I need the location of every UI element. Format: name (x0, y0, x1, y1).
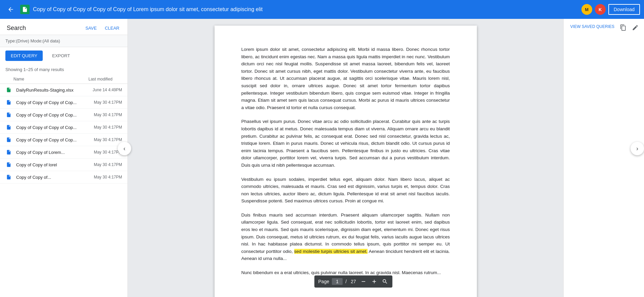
paragraph-4: Duis finibus mauris sed accumsan interdu… (241, 211, 450, 262)
page-navigation: Page / 27 (314, 275, 392, 288)
table-row[interactable]: Copy of Copy of Copy of Cop... May 30 4:… (0, 96, 127, 109)
document-title: Copy of Copy of Copy of Copy of Copy of … (33, 6, 581, 12)
top-bar: Copy of Copy of Copy of Copy of Copy of … (0, 0, 644, 19)
paragraph-3: Vestibulum eu ipsum sodales, imperdiet t… (241, 176, 450, 205)
table-row[interactable]: Copy of Copy of... May 30 4:17PM (0, 171, 127, 184)
doc-type-icon (20, 5, 30, 14)
result-filename: Copy of Copy of Copy of Cop... (13, 112, 88, 118)
doc-icon (5, 161, 12, 168)
table-header: Name Last modified (0, 75, 127, 84)
document-page: Lorem ipsum dolor sit amet, consectetur … (215, 26, 477, 297)
search-title: Search (7, 25, 79, 32)
result-filename: Copy of Copy of Copy of Cop... (13, 100, 88, 105)
page-number-input[interactable] (332, 278, 343, 285)
result-date: May 30 4:17PM (88, 100, 122, 105)
doc-icon (5, 136, 12, 143)
result-filename: Copy of Copy of Copy of Cop... (13, 125, 88, 130)
result-date: June 14 4:49PM (88, 88, 122, 92)
edit-query-button[interactable]: EDIT QUERY (5, 51, 43, 61)
back-button[interactable] (4, 3, 17, 16)
results-count: Showing 1–25 of many results (0, 64, 127, 75)
result-filename: Copy of Copy of Lorem... (13, 150, 88, 155)
next-result-button[interactable]: › (631, 142, 644, 155)
result-date: May 30 4:17PM (88, 150, 122, 155)
table-row[interactable]: Copy of Copy of lorel May 30 4:17PM (0, 159, 127, 171)
query-text: Type:(Drive) Mode:(All data) (5, 38, 60, 43)
date-column-header: Last modified (88, 77, 122, 81)
doc-icon (5, 99, 12, 106)
paragraph-1: Lorem ipsum dolor sit amet, consectetur … (241, 46, 450, 111)
doc-icon (5, 174, 12, 180)
query-actions: EDIT QUERY EXPORT (0, 47, 127, 64)
results-table: Name Last modified DailyRunResults-Stagi… (0, 75, 127, 297)
total-pages: 27 (349, 279, 357, 284)
result-date: May 30 4:17PM (88, 175, 122, 179)
zoom-fit-button[interactable] (380, 277, 389, 286)
result-date: May 30 4:17PM (88, 125, 122, 130)
result-date: May 30 4:17PM (88, 137, 122, 142)
table-row[interactable]: Copy of Copy of Copy of Cop... May 30 4:… (0, 121, 127, 134)
result-date: May 30 4:17PM (88, 112, 122, 117)
result-filename: Copy of Copy of... (13, 175, 88, 180)
document-viewer[interactable]: Lorem ipsum dolor sit amet, consectetur … (128, 19, 563, 297)
table-row[interactable]: Copy of Copy of Lorem... May 30 4:17PM (0, 146, 127, 159)
paragraph-2: Phasellus vel ipsum purus. Donec vitae a… (241, 118, 450, 169)
user-avatar-2[interactable]: K (595, 4, 606, 15)
page-label: Page (317, 279, 331, 284)
clear-search-button[interactable]: CLEAR (104, 24, 121, 32)
export-button[interactable]: EXPORT (47, 51, 75, 61)
doc-icon (5, 149, 12, 156)
main-content: Search SAVE CLEAR Type:(Drive) Mode:(All… (0, 19, 644, 297)
table-row[interactable]: Copy of Copy of Copy of Cop... May 30 4:… (0, 109, 127, 121)
right-panel-header: VIEW SAVED QUERIES (569, 24, 639, 33)
search-query-bar: Type:(Drive) Mode:(All data) (0, 35, 127, 47)
prev-result-button[interactable]: ‹ (118, 142, 131, 155)
save-search-button[interactable]: SAVE (84, 24, 98, 32)
page-separator: / (344, 279, 348, 284)
result-date: May 30 4:17PM (88, 162, 122, 167)
left-panel: Search SAVE CLEAR Type:(Drive) Mode:(All… (0, 19, 128, 297)
result-filename: Copy of Copy of Copy of Cop... (13, 137, 88, 142)
user-avatar-1[interactable]: M (581, 4, 592, 15)
view-saved-queries-link[interactable]: VIEW SAVED QUERIES (570, 24, 614, 30)
name-column-header: Name (13, 77, 88, 81)
zoom-out-button[interactable] (358, 277, 368, 286)
top-bar-actions: M K Download (581, 4, 640, 15)
result-filename: Copy of Copy of lorel (13, 162, 88, 167)
copy-icon[interactable] (620, 24, 627, 33)
result-filename: DailyRunResults-Staging.xlsx (13, 88, 88, 93)
edit-icon[interactable] (632, 24, 639, 33)
table-icon-col (5, 77, 13, 81)
doc-icon (5, 111, 12, 118)
search-header: Search SAVE CLEAR (0, 19, 127, 35)
zoom-in-button[interactable] (369, 277, 379, 286)
right-panel: VIEW SAVED QUERIES (563, 19, 644, 297)
download-button[interactable]: Download (608, 4, 640, 15)
table-row[interactable]: DailyRunResults-Staging.xlsx June 14 4:4… (0, 84, 127, 96)
doc-icon (5, 124, 12, 131)
table-row[interactable]: Copy of Copy of Copy of Cop... May 30 4:… (0, 134, 127, 146)
xlsx-icon (5, 87, 12, 93)
highlighted-text: sed molestie turpis ultricies sit amet. (294, 249, 368, 254)
